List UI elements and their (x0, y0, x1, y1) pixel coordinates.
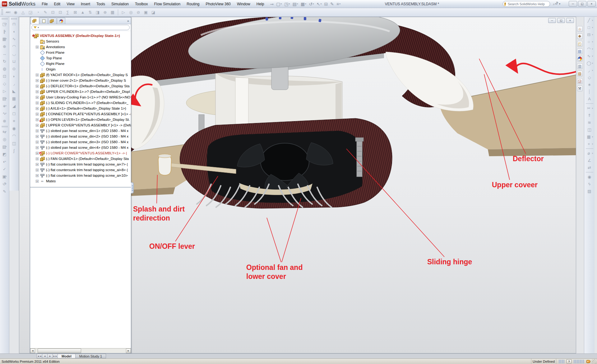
expand-icon[interactable]: + (36, 152, 39, 155)
hole-wizard-icon[interactable]: ⊙ (10, 65, 18, 72)
expand-icon[interactable]: + (36, 118, 39, 121)
tree-item-1[interactable]: +AAnnotations (30, 44, 131, 50)
menu-item-routing[interactable]: Routing (183, 0, 202, 8)
sketch-point-icon[interactable]: ∗ (586, 81, 593, 88)
verification-icon[interactable]: ⊕ (101, 9, 109, 16)
menu-item-window[interactable]: Window (234, 0, 253, 8)
shell-icon[interactable]: ◻ (10, 110, 18, 117)
design-library-icon[interactable]: ❖ (577, 34, 583, 39)
quick-tips-button[interactable]: ? (567, 359, 572, 363)
large-assembly-mode-icon[interactable]: ◐▾ (1, 158, 8, 165)
menu-item-flow-simulation[interactable]: Flow Simulation (151, 0, 183, 8)
tree-item-22[interactable]: +(-) flat countersunk trim head tapping … (30, 162, 131, 167)
tab-motion-study-1[interactable]: Motion Study 1 (76, 354, 106, 358)
comment-icon[interactable]: ✎ (42, 9, 49, 16)
tab-configurationmanager[interactable] (48, 18, 57, 24)
linear-component-pattern-icon[interactable]: ▦▾ (1, 35, 8, 43)
offset-entities-icon[interactable]: ≋ (586, 119, 593, 126)
curvature-icon[interactable]: ▧▾ (1, 143, 8, 150)
document-recovery-icon[interactable]: ◲ (577, 78, 583, 84)
isolate-icon[interactable]: ▣▾ (1, 173, 8, 180)
assembly-features-icon[interactable]: ⊡ (1, 72, 8, 80)
performance-evaluation-icon[interactable]: ◔ (34, 9, 42, 16)
expand-icon[interactable]: + (36, 169, 39, 171)
mass-properties-icon[interactable]: △ (19, 9, 27, 16)
flow-results-icon[interactable]: ◎ (127, 9, 135, 16)
hole-alignment-icon[interactable]: ◎ (1, 135, 8, 143)
view-palette-icon[interactable]: ▤ (577, 48, 583, 54)
restore-button[interactable]: ◱ (578, 1, 586, 7)
symmetry-check-icon[interactable]: ⇅ (86, 9, 94, 16)
search-input[interactable] (507, 2, 553, 6)
minimize-button[interactable]: ─ (569, 1, 577, 7)
check-active-icon[interactable]: ⊘ (135, 9, 142, 16)
mirror-entities-icon[interactable]: ◫ (586, 126, 593, 133)
expand-icon[interactable]: + (36, 102, 39, 104)
appearances-scenes-icon[interactable] (577, 56, 583, 61)
tab-scroll-last[interactable]: ►► (53, 354, 58, 358)
tab-overflow-chevron[interactable]: » (127, 19, 129, 23)
motion-lightning-icon[interactable]: ϟ (586, 180, 593, 188)
insert-component-icon[interactable]: ◳▾ (1, 20, 8, 28)
menu-item-view[interactable]: View (63, 0, 78, 8)
tab-scroll-prev[interactable]: ◄ (42, 354, 47, 358)
tree-item-8[interactable]: +(-) DEFLECTOR<1> (Default<<Default>_Dis… (30, 83, 131, 89)
fillet-icon[interactable]: ◞ (10, 80, 18, 87)
tree-item-23[interactable]: +(-) flat countersunk trim head tapping … (30, 167, 131, 173)
trim-entities-icon[interactable]: ✂▾ (586, 105, 593, 112)
sketch-text-icon[interactable]: A (586, 95, 593, 102)
tree-item-25[interactable]: +∞Mates (30, 178, 131, 184)
instant3d-icon[interactable]: ◩ (1, 150, 8, 158)
lofted-boss-icon[interactable]: ◠ (10, 43, 18, 50)
menu-item-help[interactable]: Help (253, 0, 267, 8)
search-icon[interactable]: ⌕ (553, 2, 555, 6)
appearance-target-icon[interactable]: ▣ (142, 9, 150, 16)
expand-icon[interactable]: + (36, 163, 39, 166)
move-entities-icon[interactable]: +▾ (586, 140, 593, 148)
exploded-view-icon[interactable]: ∗▾ (1, 102, 8, 110)
sketch-arc-icon[interactable]: ◠▾ (586, 45, 593, 52)
menu-item-toolbox[interactable]: Toolbox (132, 0, 151, 8)
expand-icon[interactable]: + (36, 90, 39, 93)
mirror-icon[interactable]: ◫ (10, 139, 18, 147)
tree-item-15[interactable]: +[ UPPER COVER^VENTUS ASSEMBLY ]<1> -> (… (30, 122, 131, 128)
sketch-fillet-icon[interactable]: ◞▾ (586, 67, 593, 74)
draft-icon[interactable]: ◢ (10, 102, 18, 110)
help-search-box[interactable]: ? ⌕ ▾ (503, 1, 550, 7)
menu-item-file[interactable]: File (39, 0, 51, 8)
expand-icon[interactable]: + (36, 96, 39, 99)
expand-icon[interactable]: + (36, 74, 39, 76)
tree-item-17[interactable]: +(-) slotted pan head screw_din<2> (ISO … (30, 134, 131, 139)
toolbar-drag-handle[interactable] (2, 18, 7, 20)
sketch-circle-icon[interactable]: ○▾ (586, 38, 593, 45)
doc-minimize-button[interactable]: ─ (548, 18, 556, 23)
expand-icon[interactable]: + (36, 135, 39, 138)
sketch-polygon-icon[interactable]: ◇ (586, 74, 593, 81)
sketch-pattern-icon[interactable]: ▦▾ (586, 133, 593, 140)
explode-line-sketch-icon[interactable]: ∿▾ (1, 110, 8, 117)
toolbar-drag-handle[interactable] (1, 9, 3, 16)
display-settings-icon[interactable]: ≡▾ (336, 1, 341, 7)
options-icon[interactable]: ✎ (329, 1, 335, 7)
menu-item-photoview-360[interactable]: PhotoView 360 (203, 0, 234, 8)
expand-icon[interactable]: + (36, 130, 39, 132)
expand-icon[interactable]: + (36, 180, 39, 183)
draft-analysis-icon[interactable]: ▲ (79, 9, 86, 16)
menu-item-tools[interactable]: Tools (93, 0, 108, 8)
bom-table-icon[interactable]: ▦ (109, 9, 116, 16)
convert-entities-icon[interactable]: ⇑ (586, 112, 593, 119)
scrollbar-thumb[interactable] (38, 348, 81, 353)
section-properties-icon[interactable]: ◲ (27, 9, 34, 16)
reload-icon[interactable]: ↺▾ (1, 180, 8, 188)
render-tools-icon[interactable]: ◪ (150, 9, 157, 16)
rotate-component-icon[interactable]: ↻ (1, 57, 8, 65)
tree-item-13[interactable]: +[ CONNECTION PLATE^VENTUS ASSEMBLY ]<1>… (30, 111, 131, 117)
expand-icon[interactable]: + (36, 157, 39, 160)
tree-item-21[interactable]: +(-) FAN GUARD<1> (Default<<Default>_Dis… (30, 156, 131, 162)
tree-item-24[interactable]: +(-) flat countersunk trim head tapping … (30, 173, 131, 178)
sketch-ellipse-icon[interactable]: ◯▾ (586, 60, 593, 67)
linear-pattern-icon[interactable]: ▦ (10, 95, 18, 102)
tab-scroll-first[interactable]: ◄◄ (37, 354, 42, 358)
image-icon[interactable]: ▨ (586, 188, 593, 195)
design-checker-icon[interactable]: ⊡ (57, 9, 64, 16)
